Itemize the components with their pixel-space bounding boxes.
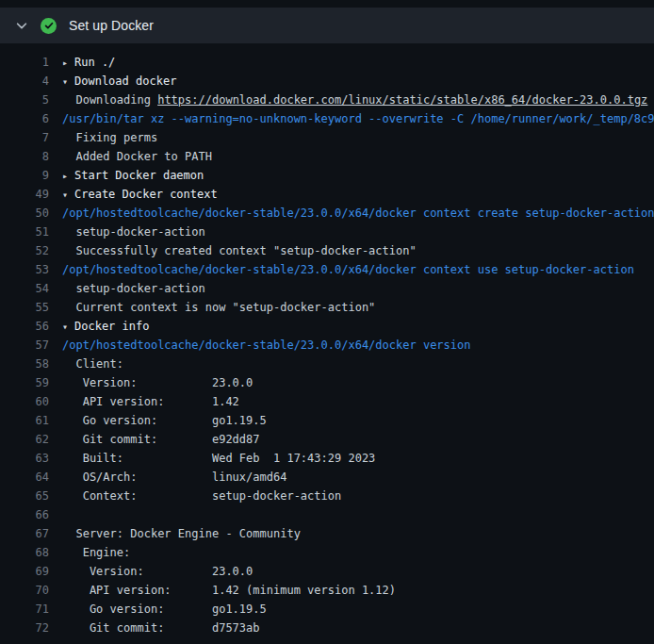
line-content: /opt/hostedtoolcache/docker-stable/23.0.… [62,336,470,355]
chevron-down-icon[interactable]: ▾ [62,318,74,336]
log-lines: 1▸Run ./4▾Download docker5 Downloading h… [0,43,654,644]
log-line: 61 Go version: go1.19.5 [0,411,654,430]
log-line: 60 API version: 1.42 [0,392,654,411]
log-line: 55 Current context is now "setup-docker-… [0,298,654,317]
line-number[interactable]: 55 [0,298,49,317]
line-number[interactable]: 6 [0,109,49,128]
line-number[interactable]: 53 [0,260,49,279]
log-text: Built: Wed Feb 1 17:43:29 2023 [62,452,375,465]
line-content: Git commit: d7573ab [62,619,260,637]
line-number[interactable]: 5 [0,91,49,109]
log-line: 53/opt/hostedtoolcache/docker-stable/23.… [0,260,654,279]
line-number[interactable]: 52 [0,241,49,260]
log-line: 63 Built: Wed Feb 1 17:43:29 2023 [0,449,654,468]
log-text: Client: [62,357,123,371]
line-number[interactable]: 8 [0,147,49,166]
line-number[interactable]: 71 [0,600,49,619]
line-number[interactable]: 70 [0,581,49,600]
line-number[interactable]: 54 [0,279,49,298]
group-label: Run ./ [74,56,115,69]
log-line: 51 setup-docker-action [0,223,654,241]
line-content: Go version: go1.19.5 [62,600,267,619]
step-header[interactable]: Set up Docker [0,8,654,43]
line-content: Context: setup-docker-action [62,487,341,505]
line-number[interactable]: 72 [0,619,49,637]
line-number[interactable]: 50 [0,204,49,223]
chevron-down-icon[interactable]: ▾ [62,73,74,91]
line-number[interactable]: 58 [0,355,49,373]
log-text: OS/Arch: linux/amd64 [62,471,286,484]
line-content: setup-docker-action [62,223,205,241]
line-number[interactable]: 56 [0,317,49,336]
line-content: Successfully created context "setup-dock… [62,241,417,260]
log-text: Version: 23.0.0 [62,565,253,578]
log-line: 72 Git commit: d7573ab [0,619,654,637]
line-number[interactable]: 49 [0,185,49,204]
log-line: 64 OS/Arch: linux/amd64 [0,468,654,487]
log-text: setup-docker-action [62,282,205,295]
line-content: Git commit: e92dd87 [62,430,260,449]
command-text: /opt/hostedtoolcache/docker-stable/23.0.… [62,263,634,276]
line-content: Version: 23.0.0 [62,373,253,392]
group-label: Docker info [74,320,149,333]
line-number[interactable]: 4 [0,72,49,91]
log-group-line[interactable]: 9▸Start Docker daemon [0,166,654,185]
chevron-down-icon[interactable] [15,19,28,32]
line-number[interactable]: 60 [0,392,49,411]
line-number[interactable]: 68 [0,543,49,562]
line-number[interactable]: 1 [0,53,49,72]
chevron-down-icon[interactable]: ▾ [62,186,74,204]
log-text: Engine: [62,546,130,559]
log-group-line[interactable]: 56▾Docker info [0,317,654,336]
log-text: Current context is now "setup-docker-act… [62,301,375,314]
log-line: 52 Successfully created context "setup-d… [0,241,654,260]
group-label: Create Docker context [74,188,218,201]
line-number[interactable]: 9 [0,166,49,185]
log-text: Server: Docker Engine - Community [62,527,301,540]
log-line: 62 Git commit: e92dd87 [0,430,654,449]
line-number[interactable]: 7 [0,128,49,147]
group-label: Start Docker daemon [74,169,204,182]
log-link[interactable]: https://download.docker.com/linux/static… [157,93,647,107]
chevron-right-icon[interactable]: ▸ [62,167,74,185]
log-text: Fixing perms [62,131,157,144]
line-number[interactable]: 61 [0,411,49,430]
chevron-right-icon[interactable]: ▸ [62,54,74,72]
line-content: Downloading https://download.docker.com/… [62,91,647,109]
log-text: Successfully created context "setup-dock… [62,244,417,257]
line-content: Built: Wed Feb 1 17:43:29 2023 [62,449,375,468]
line-number[interactable]: 64 [0,468,49,487]
line-number[interactable]: 51 [0,223,49,241]
log-text: Go version: go1.19.5 [62,603,267,616]
log-group-line[interactable]: 49▾Create Docker context [0,185,654,204]
line-content: ▾Download docker [62,72,176,91]
log-line: 7 Fixing perms [0,128,654,147]
line-content: ▸Run ./ [62,53,115,72]
log-line: 70 API version: 1.42 (minimum version 1.… [0,581,654,600]
line-number[interactable]: 69 [0,562,49,581]
log-line: 6/usr/bin/tar xz --warning=no-unknown-ke… [0,109,654,128]
line-content: Current context is now "setup-docker-act… [62,298,375,317]
log-text: Git commit: d7573ab [62,621,260,635]
line-content: /usr/bin/tar xz --warning=no-unknown-key… [62,109,654,128]
log-line: 67 Server: Docker Engine - Community [0,524,654,543]
line-number[interactable]: 63 [0,449,49,468]
line-number[interactable]: 66 [0,505,49,524]
log-text: Context: setup-docker-action [62,489,341,503]
line-number[interactable]: 65 [0,487,49,505]
line-number[interactable]: 67 [0,524,49,543]
line-number[interactable]: 57 [0,336,49,355]
line-content: ▾Docker info [62,317,149,336]
line-content: Server: Docker Engine - Community [62,524,301,543]
command-text: /opt/hostedtoolcache/docker-stable/23.0.… [62,339,470,352]
line-content: API version: 1.42 (minimum version 1.12) [62,581,396,600]
line-number[interactable]: 62 [0,430,49,449]
log-group-line[interactable]: 4▾Download docker [0,72,654,91]
log-line: 69 Version: 23.0.0 [0,562,654,581]
log-line: 66 [0,505,654,524]
command-text: /usr/bin/tar xz --warning=no-unknown-key… [62,112,654,125]
line-content: /opt/hostedtoolcache/docker-stable/23.0.… [62,260,634,279]
log-text: API version: 1.42 (minimum version 1.12) [62,584,396,597]
line-number[interactable]: 59 [0,373,49,392]
log-group-line[interactable]: 1▸Run ./ [0,53,654,72]
